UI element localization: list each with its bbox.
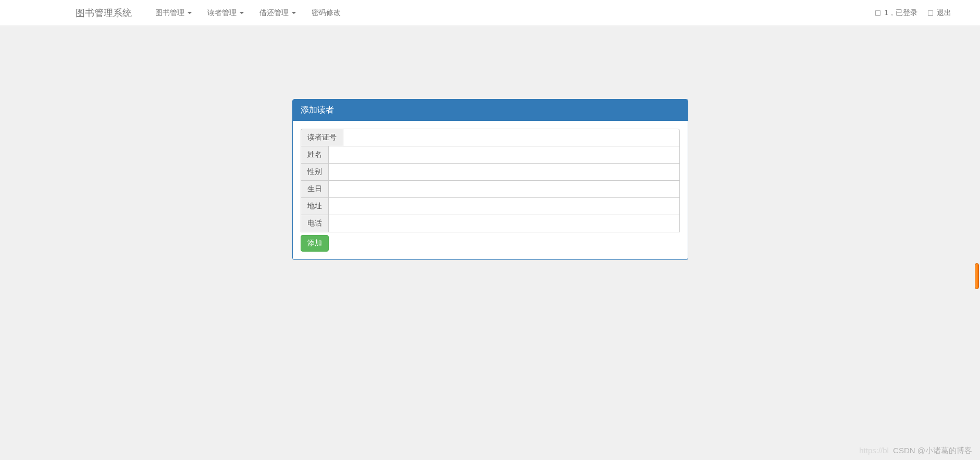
field-label: 姓名 bbox=[301, 146, 328, 164]
field-birthday: 生日 bbox=[301, 180, 680, 198]
nav-item-borrow-manage[interactable]: 借还管理 bbox=[252, 1, 304, 26]
watermark-faint: https://bl bbox=[859, 446, 889, 455]
logout-link[interactable]: 退出 bbox=[923, 1, 957, 26]
field-label: 生日 bbox=[301, 180, 328, 198]
name-input[interactable] bbox=[328, 146, 680, 164]
field-label: 地址 bbox=[301, 197, 328, 215]
watermark: https://bl CSDN @小诸葛的博客 bbox=[859, 446, 972, 456]
brand-title: 图书管理系统 bbox=[68, 0, 140, 27]
chevron-down-icon bbox=[240, 12, 244, 14]
reader-id-input[interactable] bbox=[343, 129, 680, 146]
nav-label: 读者管理 bbox=[207, 8, 237, 17]
gender-input[interactable] bbox=[328, 163, 680, 181]
nav-label: 图书管理 bbox=[155, 8, 184, 17]
user-status-link[interactable]: 1，已登录 bbox=[870, 1, 923, 26]
add-button[interactable]: 添加 bbox=[301, 235, 329, 252]
user-icon bbox=[875, 10, 880, 16]
field-label: 性别 bbox=[301, 163, 328, 181]
field-gender: 性别 bbox=[301, 163, 680, 181]
field-reader-id: 读者证号 bbox=[301, 129, 680, 146]
field-address: 地址 bbox=[301, 197, 680, 215]
field-label: 读者证号 bbox=[301, 129, 343, 146]
main-container: 添加读者 读者证号 姓名 性别 生日 地址 电话 bbox=[292, 99, 688, 260]
panel-body: 读者证号 姓名 性别 生日 地址 电话 添加 bbox=[293, 121, 688, 259]
field-phone: 电话 bbox=[301, 215, 680, 232]
field-label: 电话 bbox=[301, 215, 328, 232]
navbar-right: 1，已登录 退出 bbox=[870, 1, 957, 26]
nav-label: 密码修改 bbox=[312, 8, 341, 17]
nav-item-reader-manage[interactable]: 读者管理 bbox=[200, 1, 252, 26]
nav-menu: 图书管理 读者管理 借还管理 密码修改 bbox=[147, 1, 349, 26]
address-input[interactable] bbox=[328, 197, 680, 215]
scrollbar-thumb[interactable] bbox=[975, 263, 979, 289]
nav-item-password-change[interactable]: 密码修改 bbox=[304, 1, 349, 26]
logout-text: 退出 bbox=[937, 8, 951, 17]
birthday-input[interactable] bbox=[328, 180, 680, 198]
phone-input[interactable] bbox=[328, 215, 680, 232]
chevron-down-icon bbox=[292, 12, 296, 14]
panel-title: 添加读者 bbox=[293, 100, 688, 121]
top-navbar: 图书管理系统 图书管理 读者管理 借还管理 密码修改 bbox=[0, 0, 980, 26]
nav-item-book-manage[interactable]: 图书管理 bbox=[147, 1, 200, 26]
add-reader-panel: 添加读者 读者证号 姓名 性别 生日 地址 电话 bbox=[292, 99, 688, 260]
nav-label: 借还管理 bbox=[259, 8, 289, 17]
watermark-text: CSDN @小诸葛的博客 bbox=[893, 446, 972, 455]
user-status-text: 1，已登录 bbox=[884, 8, 917, 17]
field-name: 姓名 bbox=[301, 146, 680, 164]
chevron-down-icon bbox=[188, 12, 192, 14]
logout-icon bbox=[928, 10, 933, 16]
